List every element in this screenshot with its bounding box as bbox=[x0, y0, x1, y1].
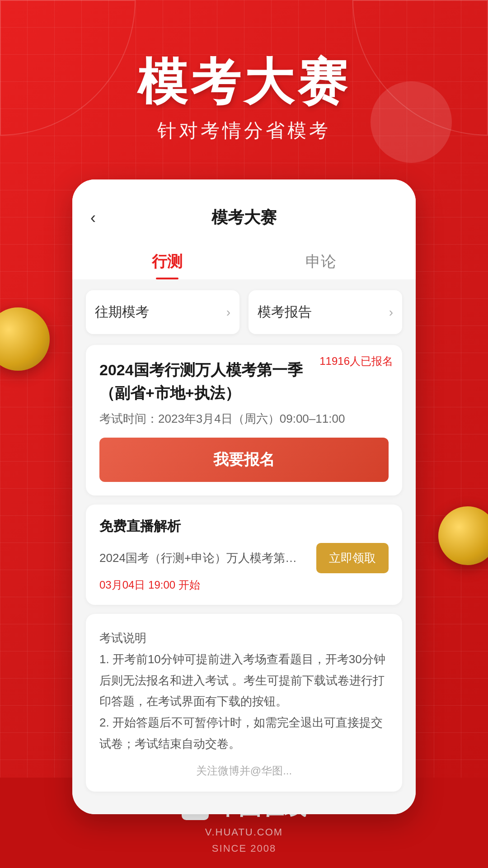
main-content: 模考大赛 针对考情分省模考 ‹ 模考大赛 行测 申论 bbox=[0, 0, 488, 814]
footer-hint: 关注微博并@华图... bbox=[99, 764, 389, 778]
exam-report-label: 模考报告 bbox=[258, 303, 312, 321]
tab-xinzheng[interactable]: 行测 bbox=[90, 242, 244, 279]
nav-bar: ‹ 模考大赛 bbox=[90, 198, 398, 238]
title-section: 模考大赛 针对考情分省模考 bbox=[137, 54, 351, 143]
past-exam-label: 往期模考 bbox=[95, 303, 149, 321]
live-card: 免费直播解析 2024国考（行测+申论）万人模考第一季（直播免... 立即领取 … bbox=[86, 505, 402, 605]
description-text: 考试说明 1. 开考前10分钟可提前进入考场查看题目，开考30分钟后则无法报名和… bbox=[99, 627, 389, 755]
exam-report-arrow: › bbox=[389, 305, 393, 320]
logo-url: V.HUATU.COM bbox=[205, 826, 283, 838]
quick-buttons-row: 往期模考 › 模考报告 › bbox=[72, 279, 416, 345]
description-card: 考试说明 1. 开考前10分钟可提前进入考场查看题目，开考30分钟后则无法报名和… bbox=[86, 614, 402, 792]
since-text: SINcE 2008 bbox=[212, 843, 276, 854]
card-inner: ‹ 模考大赛 行测 申论 往期模考 › bbox=[72, 179, 416, 814]
live-date: 03月04日 19:00 开始 bbox=[99, 578, 389, 592]
tab-shenlun[interactable]: 申论 bbox=[244, 242, 398, 279]
tab-bar: 行测 申论 bbox=[90, 242, 398, 279]
live-title: 免费直播解析 bbox=[99, 517, 389, 536]
past-exam-button[interactable]: 往期模考 › bbox=[86, 290, 239, 334]
registration-badge: 11916人已报名 bbox=[319, 354, 393, 368]
exam-card: 11916人已报名 2024国考行测万人模考第一季（副省+市地+执法） 考试时间… bbox=[86, 345, 402, 495]
live-description: 2024国考（行测+申论）万人模考第一季（直播免... bbox=[99, 550, 307, 566]
phone-card: ‹ 模考大赛 行测 申论 往期模考 › bbox=[72, 179, 416, 814]
nav-title: 模考大赛 bbox=[211, 207, 277, 229]
claim-button[interactable]: 立即领取 bbox=[316, 543, 389, 573]
register-button[interactable]: 我要报名 bbox=[99, 438, 389, 482]
sub-title: 针对考情分省模考 bbox=[137, 118, 351, 143]
back-button[interactable]: ‹ bbox=[90, 208, 96, 227]
live-row: 2024国考（行测+申论）万人模考第一季（直播免... 立即领取 bbox=[99, 543, 389, 573]
app-header: ‹ 模考大赛 行测 申论 bbox=[72, 179, 416, 279]
exam-report-button[interactable]: 模考报告 › bbox=[249, 290, 402, 334]
exam-time: 考试时间：2023年3月4日（周六）09:00–11:00 bbox=[99, 411, 389, 427]
past-exam-arrow: › bbox=[226, 305, 230, 320]
main-title: 模考大赛 bbox=[137, 54, 351, 109]
